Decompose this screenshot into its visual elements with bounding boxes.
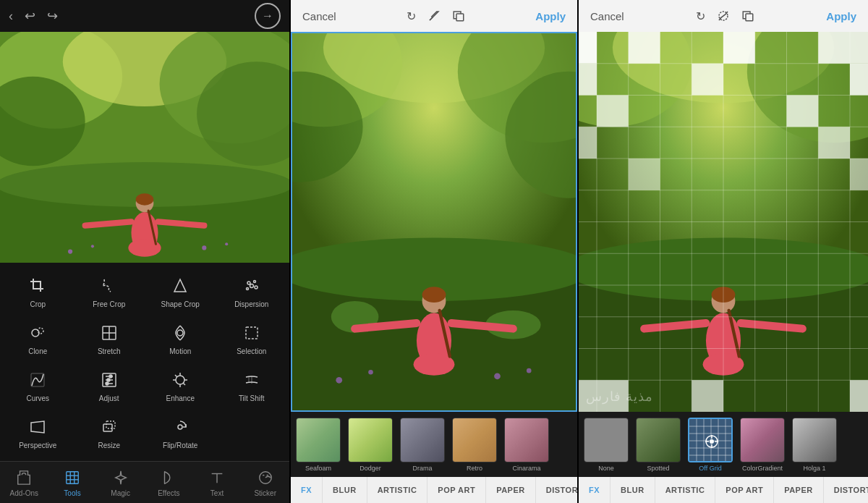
nav-addons[interactable]: Add-Ons [0, 462, 48, 503]
nav-effects[interactable]: Effects [145, 462, 193, 503]
filter-holga1-preview [793, 418, 836, 462]
svg-rect-48 [106, 421, 115, 428]
tool-selection[interactable]: Selection [217, 316, 287, 361]
svg-rect-58 [456, 14, 464, 21]
right-eraser-icon[interactable] [717, 9, 730, 22]
filter-holga1[interactable]: Holga 1 [790, 418, 839, 472]
tab-blur[interactable]: BLUR [323, 477, 367, 503]
tool-free-crop[interactable]: Free Crop [75, 269, 145, 314]
motion-icon [169, 321, 192, 345]
filter-colorgradient[interactable]: ColorGradient [738, 418, 787, 472]
effects-label: Effects [158, 489, 179, 497]
tab-paper[interactable]: PAPER [486, 477, 536, 503]
tab-artistic[interactable]: ARTISTIC [367, 477, 428, 503]
filter-seafoam[interactable]: Seafoam [294, 418, 343, 472]
filter-dodger-img [348, 418, 393, 462]
filter-seafoam-img [296, 418, 341, 462]
left-panel: ‹ ↩ ↪ → [0, 0, 289, 503]
filter-dodger-label: Dodger [359, 465, 381, 472]
right-copy-icon[interactable] [741, 9, 754, 22]
right-tab-artistic[interactable]: ARTISTIC [655, 477, 716, 503]
filter-colorgradient-preview [741, 418, 784, 462]
svg-rect-81 [746, 14, 753, 21]
svg-point-21 [253, 281, 255, 283]
right-apply-button[interactable]: Apply [826, 10, 856, 22]
svg-rect-99 [579, 64, 597, 96]
addons-label: Add-Ons [10, 489, 38, 497]
filter-dodger[interactable]: Dodger [346, 418, 395, 472]
redo-icon[interactable]: ↪ [47, 8, 58, 24]
middle-eraser-icon[interactable] [427, 9, 441, 22]
svg-line-45 [175, 375, 177, 377]
svg-line-11 [85, 221, 132, 225]
tab-distort[interactable]: DISTORT [536, 477, 577, 503]
svg-rect-95 [579, 32, 597, 64]
forward-button[interactable]: → [255, 3, 281, 29]
tool-stretch[interactable]: Stretch [75, 316, 145, 361]
tool-clone[interactable]: Clone [3, 316, 73, 361]
right-redo-icon[interactable]: ↻ [696, 9, 705, 23]
tool-dispersion[interactable]: Dispersion [217, 269, 287, 314]
right-cancel-button[interactable]: Cancel [590, 10, 624, 22]
middle-topbar-left: Cancel [302, 10, 336, 22]
nav-text[interactable]: Text [193, 462, 242, 503]
nav-sticker[interactable]: Sticker [241, 462, 289, 503]
free-crop-label: Free Crop [93, 300, 125, 308]
nav-tools[interactable]: Tools [48, 462, 97, 503]
right-photo-svg [579, 32, 868, 412]
enhance-icon [169, 368, 192, 392]
back-icon[interactable]: ‹ [9, 9, 13, 24]
enhance-label: Enhance [166, 394, 195, 402]
tool-crop[interactable]: Crop [3, 269, 73, 314]
svg-point-20 [247, 282, 250, 284]
tool-curves[interactable]: Curves [3, 363, 73, 408]
tool-shape-crop[interactable]: Shape Crop [145, 269, 216, 314]
right-tab-paper[interactable]: PAPER [774, 477, 824, 503]
svg-rect-100 [692, 64, 723, 96]
tool-motion[interactable]: Motion [145, 316, 216, 361]
tool-perspective[interactable]: Perspective [3, 410, 73, 455]
filter-drama[interactable]: Drama [398, 418, 447, 472]
filter-retro-preview [453, 418, 496, 462]
middle-redo-icon[interactable]: ↻ [407, 9, 416, 23]
tab-fx[interactable]: FX [291, 477, 323, 503]
svg-rect-105 [818, 127, 850, 158]
right-tab-blur[interactable]: BLUR [610, 477, 655, 503]
resize-icon [98, 415, 121, 439]
tool-flip-rotate[interactable]: Flip/Rotate [145, 410, 216, 455]
filter-holga1-label: Holga 1 [803, 465, 825, 472]
svg-point-143 [710, 439, 714, 444]
filter-offgrid-preview [689, 419, 731, 461]
svg-point-39 [106, 382, 109, 385]
selection-icon [240, 321, 263, 345]
filter-cinarama[interactable]: Cinarama [502, 418, 551, 472]
svg-line-12 [158, 221, 205, 225]
left-photo-svg [0, 32, 289, 263]
nav-magic[interactable]: Magic [96, 462, 145, 503]
tool-enhance[interactable]: Enhance [145, 363, 216, 408]
filter-retro[interactable]: Retro [450, 418, 499, 472]
tab-pop-art[interactable]: POP ART [427, 477, 486, 503]
undo-icon[interactable]: ↩ [25, 8, 35, 24]
filter-none-img [584, 418, 629, 462]
middle-copy-icon[interactable] [452, 9, 465, 22]
stretch-icon [98, 321, 121, 345]
filter-none[interactable]: None [582, 418, 631, 472]
tool-resize[interactable]: Resize [75, 410, 145, 455]
perspective-icon [26, 415, 49, 439]
right-tab-fx[interactable]: FX [579, 477, 610, 503]
offgrid-icon-overlay [689, 419, 733, 462]
filter-spotted[interactable]: Spotted [634, 418, 683, 472]
right-tab-distort[interactable]: DISTORT [824, 477, 868, 503]
svg-point-16 [202, 245, 206, 250]
tool-tilt-shift[interactable]: Tilt Shift [217, 363, 287, 408]
right-tab-pop-art[interactable]: POP ART [715, 477, 774, 503]
svg-point-78 [494, 373, 501, 379]
middle-apply-button[interactable]: Apply [535, 10, 566, 22]
sticker-label: Sticker [254, 489, 276, 497]
filter-offgrid[interactable]: Off Grid [686, 418, 735, 472]
magic-icon [111, 468, 131, 488]
middle-cancel-button[interactable]: Cancel [302, 10, 336, 22]
filter-retro-img [452, 418, 497, 462]
tool-adjust[interactable]: Adjust [75, 363, 145, 408]
